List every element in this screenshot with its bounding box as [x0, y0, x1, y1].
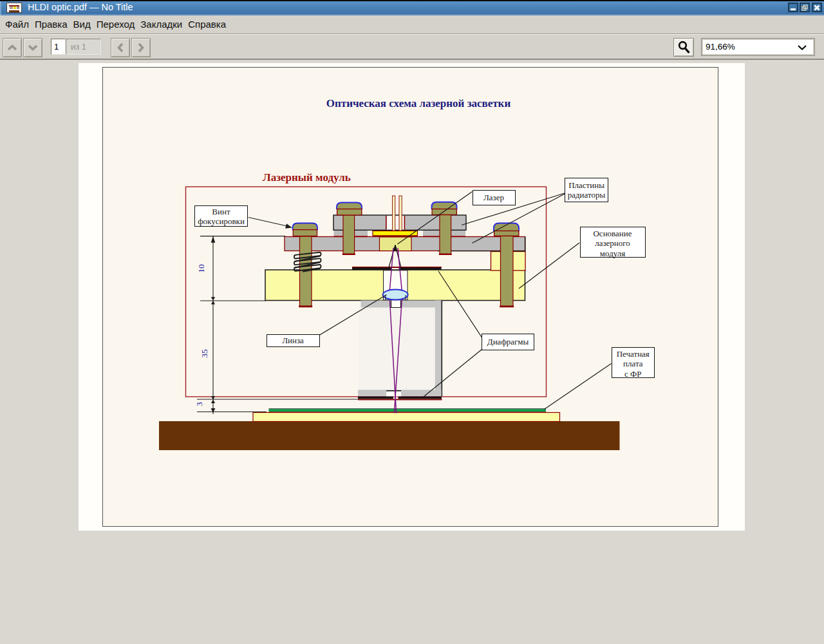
svg-text:35: 35	[200, 349, 209, 358]
svg-text:10: 10	[196, 264, 206, 273]
svg-text:3: 3	[194, 402, 204, 406]
